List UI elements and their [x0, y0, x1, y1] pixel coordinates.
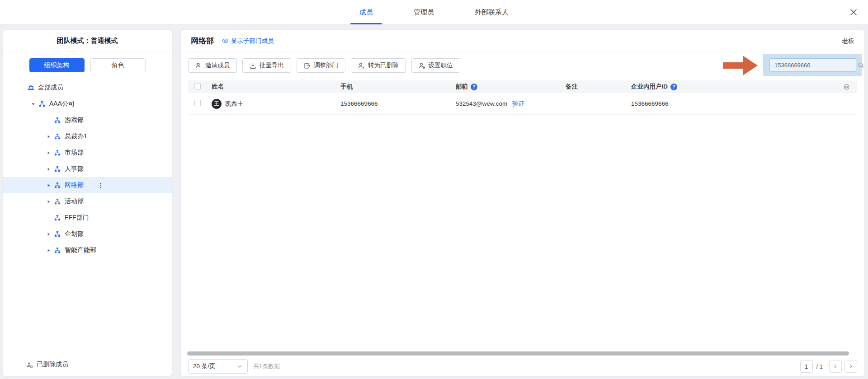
prev-page-button[interactable] [829, 360, 842, 373]
member-email: 532543@wew.com [456, 100, 507, 107]
tree-item-president-office[interactable]: 总裁办1 [3, 128, 172, 145]
column-settings-icon[interactable] [843, 84, 857, 90]
more-actions-icon[interactable]: ⋮ [97, 182, 104, 189]
person-remove-icon [358, 62, 365, 69]
tab-external-contacts[interactable]: 外部联系人 [461, 0, 522, 24]
org-node-icon [39, 101, 46, 107]
team-mode-label: 团队模式：普通模式 [3, 30, 172, 52]
department-tree: 全部成员 AAA公司 游戏部 总裁办1 [3, 80, 172, 258]
org-node-icon [54, 166, 61, 172]
column-header-user-id: 企业内用户ID ? [631, 83, 835, 91]
show-sub-dept-label: 显示子部门成员 [231, 37, 274, 45]
member-email-cell: 532543@wew.com 验证 [456, 100, 566, 108]
topbar: 成员 管理员 外部联系人 [0, 0, 868, 24]
horizontal-scrollbar[interactable] [187, 351, 849, 356]
adjust-department-label: 调整部门 [314, 61, 338, 70]
org-sidebar: 团队模式：普通模式 组织架构 角色 全部成员 AAA公司 游戏部 [3, 30, 172, 376]
tab-members[interactable]: 成员 [346, 0, 387, 24]
user-id-help-icon[interactable]: ? [670, 84, 677, 90]
column-header-remark: 备注 [566, 83, 631, 91]
download-icon [250, 62, 256, 69]
column-header-phone: 手机 [340, 83, 456, 91]
close-icon[interactable] [849, 8, 858, 17]
move-to-deleted-label: 转为已删除 [368, 61, 399, 70]
tree-item-all-members[interactable]: 全部成员 [3, 80, 172, 96]
row-checkbox[interactable] [194, 100, 201, 106]
top-tabs: 成员 管理员 外部联系人 [346, 0, 522, 24]
members-panel: 网络部 显示子部门成员 老板 邀请成员 批量导出 调整部门 [181, 30, 864, 376]
tree-item-marketing-dept[interactable]: 市场部 [3, 145, 172, 161]
verify-email-link[interactable]: 验证 [512, 100, 524, 107]
caret-right-icon[interactable] [46, 248, 51, 253]
tree-item-label: 总裁办1 [65, 132, 87, 140]
search-icon[interactable] [858, 62, 864, 69]
show-sub-dept-link[interactable]: 显示子部门成员 [222, 37, 274, 45]
org-node-icon [54, 117, 61, 123]
tree-item-label: 人事部 [65, 165, 84, 173]
members-group-icon [28, 84, 34, 91]
eye-icon [222, 37, 229, 44]
org-node-icon [54, 198, 61, 205]
table-header-row: 姓名 手机 邮箱 ? 备注 企业内用户ID ? [188, 80, 857, 93]
caret-right-icon[interactable] [46, 151, 51, 155]
pagination: / 1 [800, 360, 857, 373]
total-count-label: 共1条数据 [253, 362, 280, 370]
invite-member-button[interactable]: 邀请成员 [188, 58, 237, 73]
tree-item-fff-dept[interactable]: FFF部门 [3, 210, 172, 226]
adjust-department-button[interactable]: 调整部门 [297, 58, 345, 73]
tree-item-smart-capacity-dept[interactable]: 智能产能部 [3, 242, 172, 258]
tree-item-network-dept[interactable]: 网络部 ⋮ [3, 177, 172, 193]
caret-right-icon[interactable] [46, 200, 51, 204]
invite-member-label: 邀请成员 [205, 61, 230, 70]
caret-right-icon[interactable] [46, 183, 51, 187]
member-name: 凯西王 [225, 100, 244, 108]
select-all-checkbox[interactable] [194, 83, 201, 89]
caret-placeholder [46, 118, 51, 122]
tree-item-planning-dept[interactable]: 企划部 [3, 226, 172, 242]
tree-item-label: FFF部门 [65, 214, 89, 222]
caret-right-icon[interactable] [46, 135, 51, 139]
tree-item-aaa-company[interactable]: AAA公司 [3, 96, 172, 112]
page-size-select[interactable]: 20 条/页 [188, 359, 248, 374]
org-node-icon [54, 182, 61, 188]
column-header-email: 邮箱 ? [456, 83, 566, 91]
table-row[interactable]: 王 凯西王 15366669666 532543@wew.com 验证 1536… [188, 93, 857, 115]
chevron-down-icon [236, 363, 243, 370]
caret-placeholder [46, 216, 51, 220]
set-position-label: 设置职位 [429, 61, 453, 70]
deleted-members-item[interactable]: 已删除成员 [3, 356, 172, 373]
set-position-button[interactable]: 设置职位 [411, 58, 460, 73]
tree-item-label: 网络部 [65, 181, 84, 189]
avatar: 王 [212, 99, 222, 109]
tree-item-activity-dept[interactable]: 活动部 [3, 193, 172, 210]
page-total-label: / 1 [816, 363, 823, 370]
sidebar-segment-buttons: 组织架构 角色 [3, 58, 172, 72]
tree-item-label: 市场部 [65, 149, 84, 157]
caret-down-icon[interactable] [31, 102, 35, 106]
caret-right-icon[interactable] [46, 167, 51, 171]
annotation-arrow-icon [723, 55, 758, 76]
next-page-button[interactable] [844, 360, 857, 373]
role-button[interactable]: 角色 [90, 58, 146, 72]
tree-item-hr-dept[interactable]: 人事部 [3, 161, 172, 177]
org-structure-button[interactable]: 组织架构 [29, 58, 85, 72]
deleted-members-label: 已删除成员 [37, 360, 68, 369]
email-help-icon[interactable]: ? [471, 84, 477, 90]
panel-header: 网络部 显示子部门成员 老板 [181, 30, 864, 52]
transfer-department-icon [304, 62, 311, 69]
caret-right-icon[interactable] [46, 232, 51, 236]
tree-item-games-dept[interactable]: 游戏部 [3, 112, 172, 128]
member-name-cell: 王 凯西王 [212, 99, 340, 109]
table-footer: 20 条/页 共1条数据 / 1 [188, 356, 857, 376]
move-to-deleted-button[interactable]: 转为已删除 [351, 58, 406, 73]
member-search-input[interactable] [770, 62, 858, 69]
member-search-box [769, 58, 856, 72]
members-table: 姓名 手机 邮箱 ? 备注 企业内用户ID ? 王 凯西王 1536666966… [188, 80, 857, 115]
batch-export-label: 批量导出 [259, 61, 284, 70]
page-number-input[interactable] [800, 360, 813, 373]
tab-admins[interactable]: 管理员 [400, 0, 448, 24]
page-size-value: 20 条/页 [193, 362, 216, 370]
org-node-icon [54, 215, 61, 221]
person-add-icon [195, 62, 202, 69]
batch-export-button[interactable]: 批量导出 [242, 58, 291, 73]
